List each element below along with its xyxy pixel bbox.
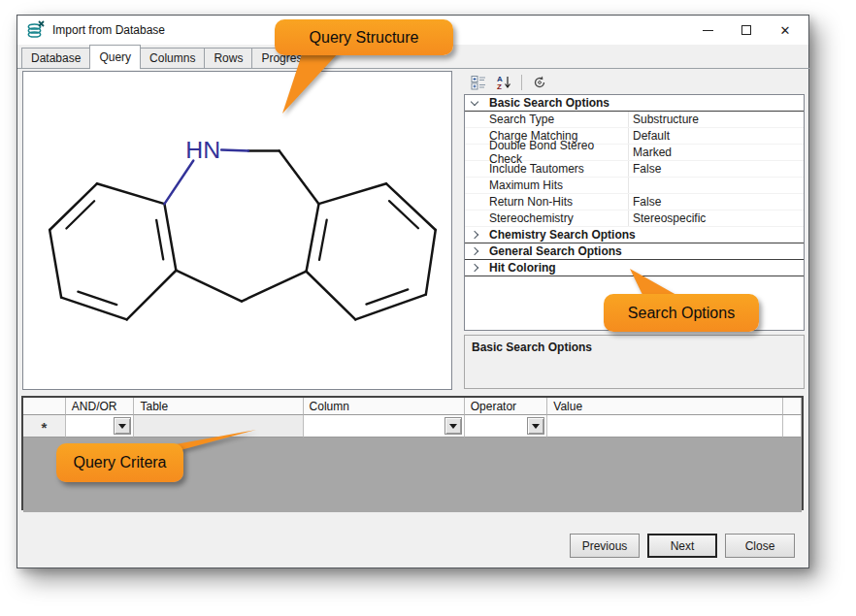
property-row-return-non-hits[interactable]: Return Non-HitsFalse — [465, 194, 804, 211]
criteria-header-blank-0 — [23, 398, 66, 415]
dropdown-button[interactable] — [114, 417, 131, 435]
close-button[interactable]: Close — [725, 534, 795, 558]
category-label: Basic Search Options — [489, 96, 609, 110]
maximize-button[interactable] — [727, 16, 766, 45]
category-general-search-options[interactable]: General Search Options — [465, 243, 804, 260]
tab-query[interactable]: Query — [89, 45, 141, 69]
screenshot-stage: Import from Database ✕ DatabaseQueryColu… — [0, 0, 856, 616]
chevron-down-icon[interactable] — [471, 98, 478, 106]
molecule-drawing: HN — [23, 72, 451, 389]
criteria-cell-and-or[interactable] — [66, 415, 135, 438]
property-value[interactable]: Marked — [628, 145, 804, 160]
toolbar-separator — [521, 75, 522, 90]
chevron-right-icon[interactable] — [471, 264, 478, 272]
criteria-cell-operator[interactable] — [465, 415, 548, 438]
criteria-header-table[interactable]: Table — [134, 398, 303, 415]
property-value[interactable] — [628, 178, 804, 193]
alphabetical-sort-icon: A Z — [496, 75, 511, 90]
chevron-right-icon[interactable] — [471, 247, 478, 255]
criteria-header-value[interactable]: Value — [547, 398, 783, 415]
tab-database[interactable]: Database — [21, 48, 90, 69]
criteria-header-blank-6 — [783, 398, 802, 415]
property-value[interactable]: Stereospecific — [628, 211, 804, 226]
criteria-cell-column[interactable] — [304, 415, 465, 438]
criteria-header-operator[interactable]: Operator — [465, 398, 548, 415]
criteria-new-row: * — [23, 415, 802, 438]
property-value[interactable]: Substructure — [628, 112, 804, 127]
previous-button[interactable]: Previous — [570, 534, 640, 558]
close-icon: ✕ — [780, 24, 791, 37]
nh-atom-label: HN — [185, 137, 220, 163]
callout-query-criteria-label: Query Critera — [73, 454, 166, 471]
tab-columns[interactable]: Columns — [140, 48, 205, 69]
property-row-search-type[interactable]: Search TypeSubstructure — [465, 112, 804, 128]
callout-query-criteria: Query Critera — [56, 443, 183, 482]
property-value[interactable]: Default — [628, 128, 804, 144]
criteria-header-row: AND/ORTableColumnOperatorValue — [23, 398, 802, 415]
property-name: Return Non-Hits — [465, 194, 628, 210]
property-name: Include Tautomers — [465, 161, 628, 177]
minimize-button[interactable] — [688, 16, 727, 45]
close-button[interactable]: ✕ — [766, 16, 805, 45]
alphabetical-sort-button[interactable]: A Z — [493, 73, 514, 92]
maximize-icon — [741, 25, 751, 35]
chevron-down-icon — [449, 424, 457, 429]
criteria-cell-table[interactable] — [134, 415, 303, 438]
reset-icon — [532, 75, 547, 90]
dropdown-button[interactable] — [527, 417, 544, 435]
criteria-header-and-or[interactable]: AND/OR — [66, 398, 135, 415]
minimize-icon — [703, 30, 713, 31]
property-value[interactable]: False — [628, 161, 804, 177]
property-name: Double Bond Stereo Check — [465, 145, 628, 160]
svg-text:Z: Z — [497, 82, 502, 90]
chevron-right-icon[interactable] — [471, 231, 478, 239]
callout-query-structure: Query Structure — [275, 19, 453, 55]
property-row-maximum-hits[interactable]: Maximum Hits — [465, 178, 804, 194]
property-description-title: Basic Search Options — [472, 340, 592, 354]
property-name: Maximum Hits — [465, 178, 628, 193]
property-grid-toolbar: A Z — [464, 71, 805, 94]
query-structure-canvas[interactable]: HN — [22, 71, 452, 390]
category-basic-search-options[interactable]: Basic Search Options — [465, 95, 804, 112]
property-name: Search Type — [465, 112, 628, 127]
property-value[interactable]: False — [628, 194, 804, 210]
new-row-marker: * — [23, 415, 66, 438]
category-label: Chemistry Search Options — [489, 228, 636, 242]
dropdown-button[interactable] — [444, 417, 462, 435]
category-label: Hit Coloring — [489, 261, 556, 275]
callout-search-options: Search Options — [604, 294, 759, 332]
criteria-cell-value[interactable] — [547, 415, 783, 438]
category-chemistry-search-options[interactable]: Chemistry Search Options — [465, 227, 804, 243]
category-label: General Search Options — [489, 244, 622, 258]
categorized-button[interactable] — [468, 73, 489, 92]
category-hit-coloring[interactable]: Hit Coloring — [465, 260, 804, 276]
categorized-icon — [471, 75, 486, 90]
import-from-database-window: Import from Database ✕ DatabaseQueryColu… — [16, 15, 809, 568]
criteria-cell-blank-6[interactable] — [783, 415, 802, 438]
property-description-panel: Basic Search Options — [464, 335, 805, 389]
property-name: Stereochemistry — [465, 211, 628, 226]
property-row-include-tautomers[interactable]: Include TautomersFalse — [465, 161, 804, 178]
property-row-stereochemistry[interactable]: StereochemistryStereospecific — [465, 211, 804, 227]
reset-button[interactable] — [529, 73, 550, 92]
callout-query-structure-label: Query Structure — [310, 29, 419, 47]
criteria-header-column[interactable]: Column — [304, 398, 465, 415]
tab-rows[interactable]: Rows — [204, 48, 252, 69]
next-button[interactable]: Next — [647, 534, 717, 558]
property-row-double-bond-stereo-check[interactable]: Double Bond Stereo CheckMarked — [465, 145, 804, 161]
chevron-down-icon — [532, 424, 540, 429]
database-icon — [26, 20, 46, 40]
window-title: Import from Database — [52, 23, 165, 37]
tabstrip: DatabaseQueryColumnsRowsProgress — [21, 45, 316, 69]
callout-search-options-label: Search Options — [628, 305, 735, 322]
chevron-down-icon — [118, 424, 126, 429]
